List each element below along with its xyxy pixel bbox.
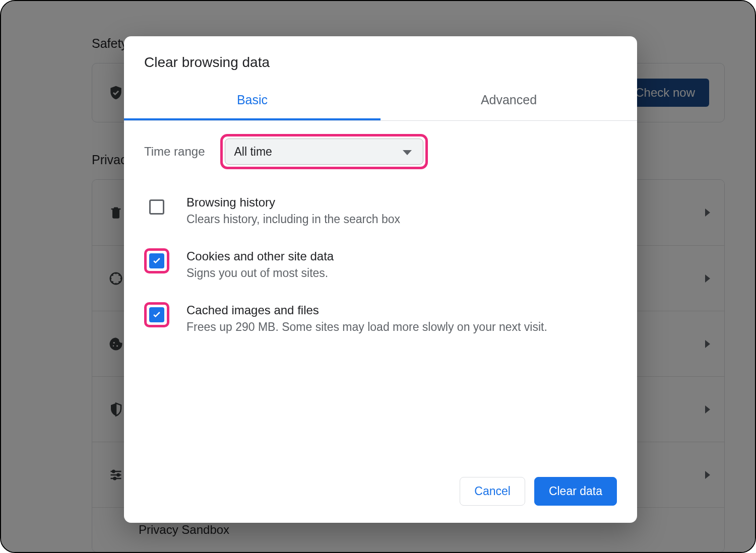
checkbox-browsing-history[interactable] — [149, 199, 164, 215]
dialog-actions: Cancel Clear data — [124, 463, 637, 523]
dialog-title: Clear browsing data — [124, 36, 637, 83]
option-title: Cookies and other site data — [186, 249, 334, 263]
option-cached: Cached images and files Frees up 290 MB.… — [144, 291, 617, 345]
tab-advanced[interactable]: Advanced — [381, 83, 637, 120]
cancel-button[interactable]: Cancel — [460, 477, 525, 506]
checkbox-wrap — [144, 194, 169, 220]
option-browsing-history: Browsing history Clears history, includi… — [144, 183, 617, 237]
checkbox-highlight — [144, 302, 169, 327]
time-range-row: Time range All time — [144, 134, 617, 169]
tab-basic[interactable]: Basic — [124, 83, 381, 120]
time-range-select[interactable]: All time — [225, 139, 423, 165]
option-title: Cached images and files — [186, 303, 547, 317]
dialog-tabs: Basic Advanced — [124, 83, 637, 121]
option-cookies: Cookies and other site data Signs you ou… — [144, 237, 617, 291]
option-desc: Clears history, including in the search … — [186, 213, 400, 226]
checkbox-highlight — [144, 248, 169, 273]
clear-data-button[interactable]: Clear data — [534, 477, 617, 506]
option-desc: Frees up 290 MB. Some sites may load mor… — [186, 320, 547, 334]
checkbox-cookies[interactable] — [149, 253, 164, 268]
clear-browsing-data-dialog: Clear browsing data Basic Advanced Time … — [124, 36, 637, 523]
option-desc: Signs you out of most sites. — [186, 266, 334, 280]
checkbox-cached[interactable] — [149, 307, 164, 322]
time-range-label: Time range — [144, 145, 205, 159]
time-range-highlight: All time — [220, 134, 428, 169]
chevron-down-icon — [403, 150, 412, 155]
option-title: Browsing history — [186, 195, 400, 210]
time-range-value: All time — [234, 145, 272, 159]
